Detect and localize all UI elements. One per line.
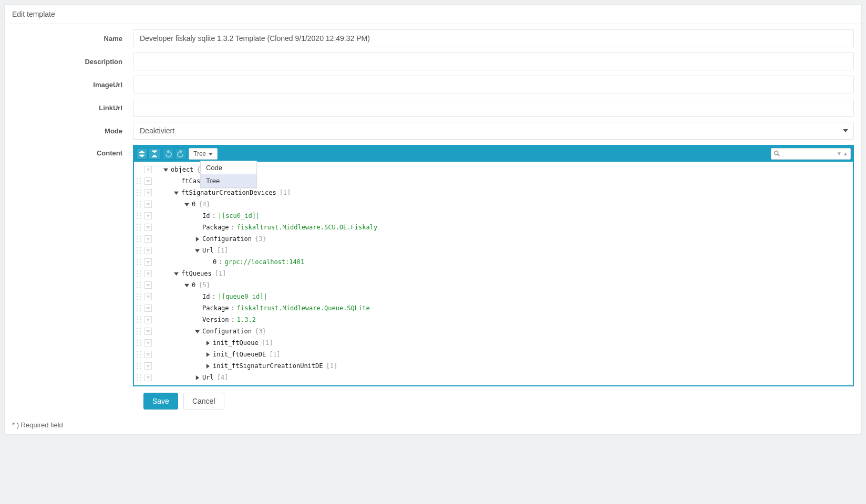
node-menu-icon[interactable] bbox=[145, 339, 152, 346]
drag-handle-icon[interactable] bbox=[136, 247, 143, 254]
drag-handle-icon[interactable] bbox=[136, 189, 143, 196]
tree-node-ftsigdevices[interactable]: ftSignaturCreationDevices [1] bbox=[134, 187, 853, 198]
toggle-expanded-icon[interactable] bbox=[173, 270, 179, 277]
drag-handle-icon[interactable] bbox=[136, 362, 143, 370]
node-menu-icon[interactable] bbox=[145, 374, 152, 381]
cancel-button[interactable]: Cancel bbox=[183, 393, 224, 410]
mode-option-code[interactable]: Code bbox=[201, 161, 256, 174]
node-menu-icon[interactable] bbox=[145, 304, 152, 312]
toggle-collapsed-icon[interactable] bbox=[204, 351, 211, 358]
name-field[interactable] bbox=[133, 29, 854, 47]
tree-node-sigdev0-url0[interactable]: 0 : grpc://localhost:1401 bbox=[134, 256, 853, 268]
drag-handle-icon[interactable] bbox=[136, 281, 143, 289]
label-description: Description bbox=[12, 58, 133, 66]
svg-point-52 bbox=[137, 253, 138, 254]
toggle-collapsed-icon[interactable] bbox=[194, 374, 200, 381]
imageurl-field[interactable] bbox=[133, 76, 854, 93]
drag-handle-icon[interactable] bbox=[136, 224, 143, 231]
mode-dropdown-menu: Code Tree bbox=[200, 161, 257, 188]
drag-handle-icon[interactable] bbox=[136, 304, 143, 312]
drag-handle-icon[interactable] bbox=[136, 374, 143, 381]
node-menu-icon[interactable] bbox=[145, 247, 152, 254]
drag-handle-icon[interactable] bbox=[136, 212, 143, 219]
tree-node-queue0-id[interactable]: Id : |[queue0_id]| bbox=[134, 291, 853, 302]
toggle-expanded-icon[interactable] bbox=[183, 201, 190, 207]
search-prev-icon[interactable]: ▲ bbox=[843, 151, 848, 156]
json-tree: object {3} ftCas bbox=[134, 162, 853, 385]
tree-node-sigdev0-id[interactable]: Id : |[scu0_id]| bbox=[134, 210, 853, 222]
drag-handle-icon[interactable] bbox=[136, 177, 143, 185]
editor-search: ▼ ▲ bbox=[771, 148, 851, 160]
editor-search-input[interactable] bbox=[782, 149, 834, 159]
toggle-expanded-icon[interactable] bbox=[194, 247, 200, 254]
svg-point-33 bbox=[137, 218, 138, 219]
svg-point-42 bbox=[140, 236, 141, 237]
svg-marker-120 bbox=[206, 364, 209, 369]
mode-select[interactable]: Deaktiviert bbox=[133, 122, 854, 140]
svg-point-49 bbox=[140, 247, 141, 249]
mode-option-tree[interactable]: Tree bbox=[201, 174, 256, 187]
node-menu-icon[interactable] bbox=[145, 281, 152, 289]
drag-handle-icon[interactable] bbox=[136, 339, 143, 346]
toggle-collapsed-icon[interactable] bbox=[204, 340, 211, 346]
tree-node-queue0[interactable]: 0 {5} bbox=[134, 279, 853, 291]
node-menu-icon[interactable] bbox=[145, 212, 152, 219]
tree-node-queue0-init-ftqueue[interactable]: init_ftQueue [1] bbox=[134, 337, 853, 349]
node-menu-icon[interactable] bbox=[145, 166, 152, 173]
tree-node-ftqueues[interactable]: ftQueues [1] bbox=[134, 268, 853, 279]
toggle-expanded-icon[interactable] bbox=[183, 282, 190, 288]
mode-dropdown-button[interactable]: Tree bbox=[189, 148, 218, 160]
node-menu-icon[interactable] bbox=[145, 189, 152, 196]
drag-handle-icon[interactable] bbox=[136, 201, 143, 208]
drag-handle-icon[interactable] bbox=[136, 293, 143, 300]
description-field[interactable] bbox=[133, 52, 854, 70]
svg-point-89 bbox=[137, 319, 138, 321]
redo-button[interactable] bbox=[175, 148, 187, 160]
tree-node-queue0-config[interactable]: Configuration {3} bbox=[134, 326, 853, 337]
drag-handle-icon[interactable] bbox=[136, 351, 143, 358]
drag-handle-icon[interactable] bbox=[136, 316, 143, 323]
svg-point-13 bbox=[137, 183, 138, 185]
node-menu-icon[interactable] bbox=[145, 258, 152, 266]
tree-node-queue0-version[interactable]: Version : 1.3.2 bbox=[134, 314, 853, 326]
drag-handle-icon[interactable] bbox=[136, 328, 143, 335]
node-menu-icon[interactable] bbox=[145, 362, 152, 370]
tree-node-queue0-url[interactable]: Url [4] bbox=[134, 372, 853, 383]
node-menu-icon[interactable] bbox=[145, 328, 152, 335]
svg-point-75 bbox=[137, 293, 138, 295]
drag-handle-icon[interactable] bbox=[136, 258, 143, 266]
tree-node-sigdev0[interactable]: 0 {4} bbox=[134, 198, 853, 210]
collapse-all-button[interactable] bbox=[149, 148, 160, 160]
toggle-collapsed-icon[interactable] bbox=[204, 363, 211, 369]
tree-node-sigdev0-config[interactable]: Configuration {3} bbox=[134, 233, 853, 245]
undo-button[interactable] bbox=[162, 148, 174, 160]
expand-all-button[interactable] bbox=[136, 148, 148, 160]
node-menu-icon[interactable] bbox=[145, 270, 152, 277]
tree-node-sigdev0-url[interactable]: Url [1] bbox=[134, 245, 853, 256]
toggle-expanded-icon[interactable] bbox=[173, 190, 179, 196]
tree-node-queue0-init-scu[interactable]: init_ftSignaturCreationUnitDE [1] bbox=[134, 360, 853, 372]
svg-point-12 bbox=[140, 181, 141, 182]
node-menu-icon[interactable] bbox=[145, 235, 152, 243]
svg-marker-54 bbox=[195, 249, 200, 252]
tree-node-queue0-init-ftqueuede[interactable]: init_ftQueueDE [1] bbox=[134, 349, 853, 360]
toggle-expanded-icon[interactable] bbox=[162, 166, 169, 173]
toggle-collapsed-icon[interactable] bbox=[194, 236, 200, 242]
node-menu-icon[interactable] bbox=[145, 201, 152, 208]
node-menu-icon[interactable] bbox=[145, 177, 152, 185]
save-button[interactable]: Save bbox=[143, 393, 178, 410]
svg-point-55 bbox=[137, 259, 138, 260]
svg-point-118 bbox=[137, 368, 138, 370]
toggle-expanded-icon[interactable] bbox=[194, 328, 200, 334]
search-next-icon[interactable]: ▼ bbox=[837, 151, 842, 156]
tree-node-queue0-package[interactable]: Package : fiskaltrust.Middleware.Queue.S… bbox=[134, 302, 853, 314]
drag-handle-icon[interactable] bbox=[136, 270, 143, 277]
tree-node-sigdev0-package[interactable]: Package : fiskaltrust.Middleware.SCU.DE.… bbox=[134, 222, 853, 233]
node-menu-icon[interactable] bbox=[145, 316, 152, 323]
svg-marker-3 bbox=[152, 155, 157, 157]
linkurl-field[interactable] bbox=[133, 99, 854, 117]
node-menu-icon[interactable] bbox=[145, 293, 152, 300]
node-menu-icon[interactable] bbox=[145, 224, 152, 231]
node-menu-icon[interactable] bbox=[145, 351, 152, 358]
drag-handle-icon[interactable] bbox=[136, 235, 143, 243]
